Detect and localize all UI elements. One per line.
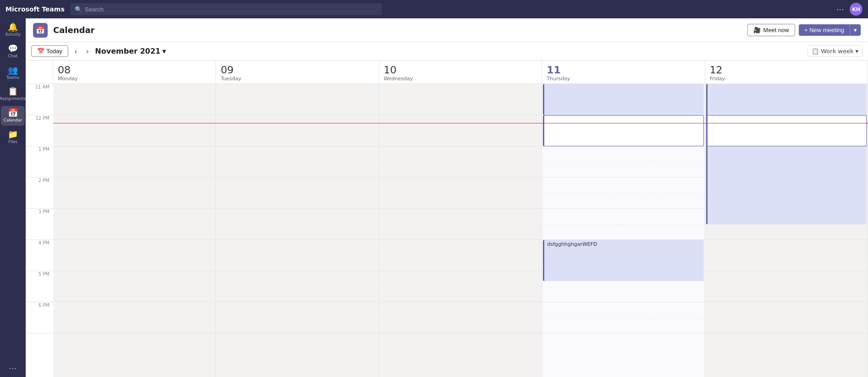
meet-now-button[interactable]: 🎥 Meet now [747, 24, 795, 36]
hour-cell-1-4[interactable] [216, 209, 378, 240]
day-num-3: 11 [547, 64, 700, 76]
hour-cell-2-4[interactable] [379, 209, 542, 240]
search-icon: 🔍 [75, 6, 82, 13]
day-header-0: 08 Monday [53, 61, 216, 83]
event-event1[interactable] [543, 84, 703, 115]
half-line [216, 100, 378, 100]
sidebar-item-chat[interactable]: 💬 Chat [1, 42, 25, 61]
chat-icon: 💬 [8, 44, 18, 53]
half-line [53, 162, 216, 162]
hour-cell-0-7[interactable] [53, 302, 216, 333]
sidebar-more-icon[interactable]: ··· [9, 364, 17, 373]
sidebar-label-files: Files [8, 139, 17, 144]
hour-cell-1-7[interactable] [216, 302, 378, 333]
calendar-actions: 🎥 Meet now + New meeting ▾ [747, 24, 861, 36]
time-slot-0: 11 AM [26, 84, 53, 115]
hour-cell-0-5[interactable] [53, 240, 216, 271]
time-label-5: 4 PM [39, 241, 50, 245]
hour-cell-4-5[interactable] [705, 240, 868, 271]
view-icon: 📋 [812, 48, 819, 55]
day-col-4[interactable] [705, 84, 868, 377]
half-line [53, 255, 216, 256]
topbar-right: ··· KH [835, 3, 862, 16]
hour-cell-0-1[interactable] [53, 115, 216, 146]
half-line [379, 224, 542, 225]
hour-cell-4-6[interactable] [705, 271, 868, 302]
teams-icon: 👥 [8, 66, 18, 74]
avatar[interactable]: KH [850, 3, 862, 16]
hour-cell-2-1[interactable] [379, 115, 542, 146]
time-label-7: 6 PM [39, 303, 50, 308]
sidebar-item-teams[interactable]: 👥 Teams [1, 63, 25, 83]
hour-cell-3-7[interactable] [542, 302, 704, 333]
hour-cell-0-0[interactable] [53, 84, 216, 115]
sidebar-label-activity: Activity [5, 32, 21, 37]
days-columns: dsfgghhghgarWEFD [53, 84, 868, 377]
half-line [542, 162, 704, 162]
hour-cell-0-3[interactable] [53, 177, 216, 209]
day-num-4: 12 [710, 64, 863, 76]
view-chevron-icon: ▾ [855, 48, 858, 55]
hour-cell-1-2[interactable] [216, 146, 378, 177]
more-options-icon[interactable]: ··· [835, 3, 846, 16]
sidebar-item-files[interactable]: 📁 Files [1, 128, 25, 147]
half-line [542, 287, 704, 287]
new-meeting-chevron[interactable]: ▾ [850, 24, 861, 36]
hour-cell-2-0[interactable] [379, 84, 542, 115]
new-meeting-button[interactable]: + New meeting [799, 24, 850, 36]
next-week-button[interactable]: › [83, 45, 91, 57]
hour-cell-3-3[interactable] [542, 177, 704, 209]
hour-cell-3-2[interactable] [542, 146, 704, 177]
hour-cell-2-5[interactable] [379, 240, 542, 271]
hour-cell-2-2[interactable] [379, 146, 542, 177]
half-line [216, 287, 378, 287]
half-line [379, 287, 542, 287]
day-col-3[interactable]: dsfgghhghgarWEFD [542, 84, 705, 377]
hour-cell-1-3[interactable] [216, 177, 378, 209]
hour-cell-1-5[interactable] [216, 240, 378, 271]
hour-cell-1-0[interactable] [216, 84, 378, 115]
half-line [542, 193, 704, 194]
hour-cell-2-7[interactable] [379, 302, 542, 333]
hour-cell-3-4[interactable] [542, 209, 704, 240]
day-num-0: 08 [58, 64, 211, 76]
header-spacer [26, 61, 53, 83]
files-icon: 📁 [8, 130, 18, 139]
hour-cell-2-3[interactable] [379, 177, 542, 209]
time-labels: 11 AM12 PM1 PM2 PM3 PM4 PM5 PM6 PM [26, 84, 53, 377]
view-selector[interactable]: 📋 Work week ▾ [807, 45, 862, 57]
day-header-2: 10 Wednesday [379, 61, 542, 83]
event-event2[interactable] [706, 84, 867, 224]
day-col-0[interactable] [53, 84, 216, 377]
event-event4[interactable] [706, 115, 867, 146]
hour-cell-0-4[interactable] [53, 209, 216, 240]
prev-week-button[interactable]: ‹ [72, 45, 80, 57]
half-line [53, 318, 216, 318]
day-header-4: 12 Friday [705, 61, 868, 83]
event-event3[interactable] [543, 115, 703, 146]
day-name-0: Monday [58, 76, 211, 82]
day-num-2: 10 [384, 64, 537, 76]
day-col-1[interactable] [216, 84, 379, 377]
event-event5[interactable]: dsfgghhghgarWEFD [543, 240, 703, 281]
hour-cell-2-6[interactable] [379, 271, 542, 302]
hour-cell-4-7[interactable] [705, 302, 868, 333]
hour-cell-1-1[interactable] [216, 115, 378, 146]
half-line [379, 318, 542, 318]
search-input[interactable] [85, 6, 377, 13]
sidebar-label-calendar: Calendar [4, 118, 22, 123]
sidebar-item-calendar[interactable]: 📅 Calendar [1, 106, 25, 126]
time-label-6: 5 PM [39, 272, 50, 277]
today-button[interactable]: 📅 Today [31, 45, 68, 57]
sidebar-item-activity[interactable]: 🔔 Activity [1, 20, 25, 40]
half-line [379, 100, 542, 100]
month-label[interactable]: November 2021 ▾ [95, 47, 166, 55]
hour-cell-0-2[interactable] [53, 146, 216, 177]
half-line [53, 287, 216, 287]
day-col-2[interactable] [379, 84, 542, 377]
hour-cell-0-6[interactable] [53, 271, 216, 302]
search-bar[interactable]: 🔍 [70, 3, 382, 15]
hour-cell-1-6[interactable] [216, 271, 378, 302]
half-line [216, 318, 378, 318]
sidebar-item-assignments[interactable]: 📋 Assignments [1, 84, 25, 104]
